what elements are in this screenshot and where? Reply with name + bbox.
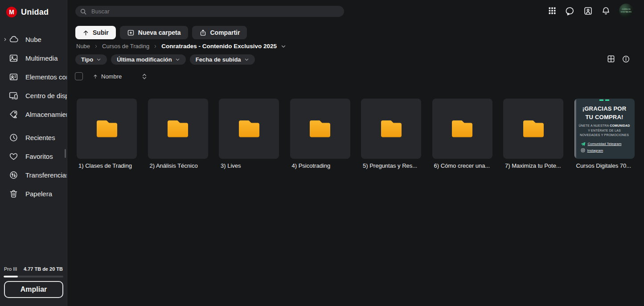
brand-name: Unidad — [21, 8, 49, 17]
storage-usage-row: Pro III 4.77 TB de 20 TB — [4, 266, 63, 272]
telegram-link-row: Comunidad Telegram — [581, 141, 635, 146]
telegram-link: Comunidad Telegram — [588, 142, 622, 146]
sidebar-item-recientes[interactable]: Recientes — [0, 128, 67, 147]
trash-icon — [9, 189, 18, 198]
sidebar-item-label: Nube — [25, 36, 41, 43]
folder-icon — [521, 119, 546, 139]
breadcrumb: Nube Cursos de Trading Conratrades - Con… — [76, 43, 286, 50]
chevron-right-icon[interactable] — [3, 37, 7, 41]
filter-chip-tipo[interactable]: Tipo — [75, 54, 107, 65]
sidebar-item-favoritos[interactable]: Favoritos — [0, 147, 67, 165]
sidebar-item-label: Papelera — [25, 190, 52, 198]
folder-card[interactable] — [503, 99, 563, 159]
file-name[interactable]: 4) Psicotrading — [290, 162, 350, 169]
search-bar[interactable] — [75, 6, 344, 17]
breadcrumb-item-nube[interactable]: Nube — [76, 43, 90, 50]
share-icon — [199, 29, 207, 37]
telegram-icon — [581, 141, 586, 146]
folder-card[interactable] — [77, 99, 137, 159]
contacts-icon[interactable] — [583, 6, 593, 16]
file-name[interactable]: 6) Cómo crecer una... — [432, 162, 492, 169]
top-right-icons: CURSOS DIGITALES — [548, 4, 633, 18]
folder-card[interactable] — [219, 99, 279, 159]
sidebar-item-almacenamiento[interactable]: Almacenamiento — [0, 105, 67, 124]
notifications-icon[interactable] — [601, 6, 611, 16]
folder-icon — [95, 119, 119, 139]
filter-chips: Tipo Última modificación Fecha de subida — [75, 54, 255, 65]
file-tile: 4) Psicotrading — [290, 99, 350, 169]
file-name[interactable]: 3) Lives — [219, 162, 279, 169]
storage-progress-bar — [4, 276, 63, 277]
storage-progress-fill — [4, 276, 18, 277]
image-thumbnail[interactable]: ¡GRACIAS POR TU COMPRA! ÚNETE A NUESTRA … — [574, 99, 635, 159]
sidebar-item-multimedia[interactable]: Multimedia — [0, 49, 67, 67]
instagram-link: Instagram — [587, 149, 603, 153]
file-tile: 2) Análisis Técnico — [148, 99, 208, 169]
share-button[interactable]: Compartir — [192, 26, 247, 39]
sidebar-scrollbar[interactable] — [65, 149, 66, 158]
thumbnail-body-text: ÚNETE A NUESTRA COMUNIDAD Y ENTÉRATE DE … — [578, 124, 631, 138]
sort-by-name-label[interactable]: Nombre — [101, 73, 122, 80]
breadcrumb-item-cursos[interactable]: Cursos de Trading — [102, 43, 149, 50]
filter-chip-fecha-de-subida[interactable]: Fecha de subida — [190, 54, 255, 65]
sidebar-nav: Nube Multimedia Elementos compartidos Ce… — [0, 30, 67, 203]
instagram-icon — [581, 148, 585, 153]
folder-card[interactable] — [290, 99, 350, 159]
chevron-right-icon — [153, 44, 157, 49]
file-name[interactable]: 2) Análisis Técnico — [148, 162, 208, 169]
upload-button[interactable]: Subir — [75, 26, 116, 39]
sidebar-item-transferencias[interactable]: Transferencias — [0, 165, 67, 184]
upgrade-button[interactable]: Ampliar — [4, 281, 63, 298]
file-name[interactable]: Cursos Digitales 70... — [574, 162, 635, 169]
file-name[interactable]: 1) Clases de Trading — [77, 162, 137, 169]
view-controls — [607, 54, 630, 63]
list-header: Nombre — [75, 72, 147, 80]
sidebar-item-label: Recientes — [25, 134, 55, 141]
sidebar-item-papelera[interactable]: Papelera — [0, 184, 67, 203]
sidebar-item-elementos-compartidos[interactable]: Elementos compartidos — [0, 67, 67, 86]
folder-card[interactable] — [432, 99, 492, 159]
storage-usage-text: 4.77 TB de 20 TB — [24, 266, 63, 272]
main-content: CURSOS DIGITALES Subir Nueva carpeta Com… — [68, 0, 644, 306]
clock-icon — [9, 133, 18, 142]
file-name[interactable]: 5) Preguntas y Res... — [361, 162, 421, 169]
chevron-down-icon[interactable] — [281, 44, 286, 49]
breadcrumb-current[interactable]: Conratrades - Contenido Exclusivo 2025 — [161, 43, 277, 50]
chevron-right-icon — [94, 44, 98, 49]
folder-icon — [379, 119, 403, 139]
filter-chip-ultima-modificacion[interactable]: Última modificación — [111, 54, 186, 65]
file-tile: 5) Preguntas y Res... — [361, 99, 421, 169]
folder-card[interactable] — [148, 99, 208, 159]
sidebar-item-label: Transferencias — [25, 171, 67, 179]
instagram-link-row: Instagram — [581, 148, 635, 153]
thumbnail-title: ¡GRACIAS POR TU COMPRA! — [574, 105, 635, 122]
heart-icon — [9, 152, 18, 161]
sidebar-item-nube[interactable]: Nube — [0, 30, 67, 49]
folder-plus-icon — [127, 29, 135, 37]
file-name[interactable]: 7) Maximiza tu Pote... — [503, 162, 563, 169]
sidebar-item-centro-de-dispositivos[interactable]: Centro de dispositivos — [0, 86, 67, 105]
file-tile: 1) Clases de Trading — [77, 99, 137, 169]
search-input[interactable] — [91, 8, 340, 15]
folder-card[interactable] — [361, 99, 421, 159]
sidebar-item-label: Multimedia — [25, 54, 58, 62]
sort-direction-arrow-icon[interactable] — [93, 74, 98, 79]
file-tile: 7) Maximiza tu Pote... — [503, 99, 563, 169]
new-folder-button[interactable]: Nueva carpeta — [120, 26, 188, 39]
sidebar-item-label: Elementos compartidos — [25, 73, 67, 81]
tag-icon — [9, 110, 18, 119]
sidebar-item-label: Favoritos — [25, 153, 53, 160]
cloud-icon — [9, 35, 18, 44]
apps-grid-icon[interactable] — [548, 6, 557, 15]
info-icon[interactable] — [622, 55, 630, 63]
sidebar: M Unidad Nube Multimedia Elementos compa… — [0, 0, 67, 306]
thumbnail-cropped-text — [574, 99, 635, 101]
chat-icon[interactable] — [565, 6, 575, 16]
sort-toggle-icon[interactable] — [142, 74, 147, 79]
grid-view-icon[interactable] — [607, 54, 615, 63]
avatar[interactable]: CURSOS DIGITALES — [619, 4, 633, 18]
plan-badge: Pro III — [4, 266, 17, 272]
file-tile: 6) Cómo crecer una... — [432, 99, 492, 169]
brand-logo[interactable]: M Unidad — [0, 0, 67, 17]
select-all-checkbox[interactable] — [75, 72, 83, 80]
